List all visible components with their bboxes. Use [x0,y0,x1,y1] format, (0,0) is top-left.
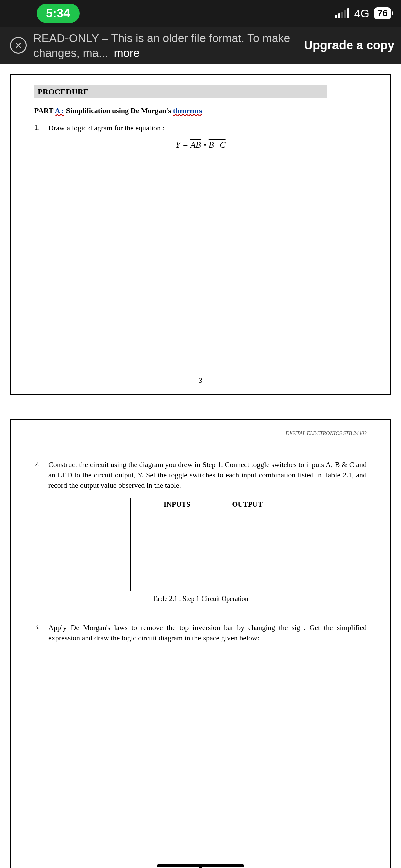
network-label: 4G [354,7,369,20]
part-a-label: A : [55,106,64,115]
step-2-number: 2. [34,460,44,491]
step-3-text: Apply De Morgan's laws to remove the top… [48,623,367,643]
table-cell-inputs [130,511,224,591]
banner-prefix: READ-ONLY [33,32,99,44]
page-number-4: 4 [11,863,390,868]
truth-table: INPUTS OUTPUT [130,498,271,591]
banner-message: READ-ONLY – This is an older file format… [33,31,297,60]
document-header: DIGITAL ELECTRONICS STB 24403 [34,430,367,436]
signal-icon [335,8,349,19]
step-1-number: 1. [34,123,44,133]
table-header-inputs: INPUTS [130,498,224,511]
step-1-text: Draw a logic diagram for the equation : [48,123,367,133]
part-a-heading: PART A : Simplification using De Morgan'… [34,106,367,115]
battery-indicator: 76 [374,7,391,20]
step-2: 2. Construct the circuit using the diagr… [34,460,367,491]
document-page-3: PROCEDURE PART A : Simplification using … [10,74,391,395]
table-header-output: OUTPUT [224,498,271,511]
eq-left: Y = [175,140,191,150]
part-title: Simplification using De Morgan's [64,106,173,115]
equation: Y = AB • B+C [84,140,317,150]
readonly-banner: READ-ONLY – This is an older file format… [0,27,401,64]
equation-link: equation : [135,124,164,132]
upgrade-button[interactable]: Upgrade a copy [304,38,394,53]
procedure-heading: PROCEDURE [34,85,327,98]
theorems-link: theorems [173,106,202,115]
part-label: PART [34,106,55,115]
close-icon[interactable] [10,37,27,54]
more-link[interactable]: more [113,46,139,59]
status-right: 4G 76 [335,7,391,20]
status-bar: 5:34 4G 76 [0,0,401,27]
step-2-text: Construct the circuit using the diagram … [48,460,367,491]
table-cell-output [224,511,271,591]
step-3-number: 3. [34,623,44,643]
step-1-text-a: Draw a logic diagram for the [48,124,135,132]
document-viewport[interactable]: PROCEDURE PART A : Simplification using … [0,74,401,868]
page-divider [0,409,401,409]
time-pill: 5:34 [37,4,79,23]
eq-term2: B+C [208,140,226,150]
eq-dot: • [201,140,208,150]
step-3: 3. Apply De Morgan's laws to remove the … [34,623,367,643]
page-number-3: 3 [11,377,390,384]
document-page-4: DIGITAL ELECTRONICS STB 24403 2. Constru… [10,419,391,868]
step-1: 1. Draw a logic diagram for the equation… [34,123,367,133]
table-caption: Table 2.1 : Step 1 Circuit Operation [34,595,367,602]
equation-underline [64,153,336,153]
eq-term1: AB [191,140,201,150]
